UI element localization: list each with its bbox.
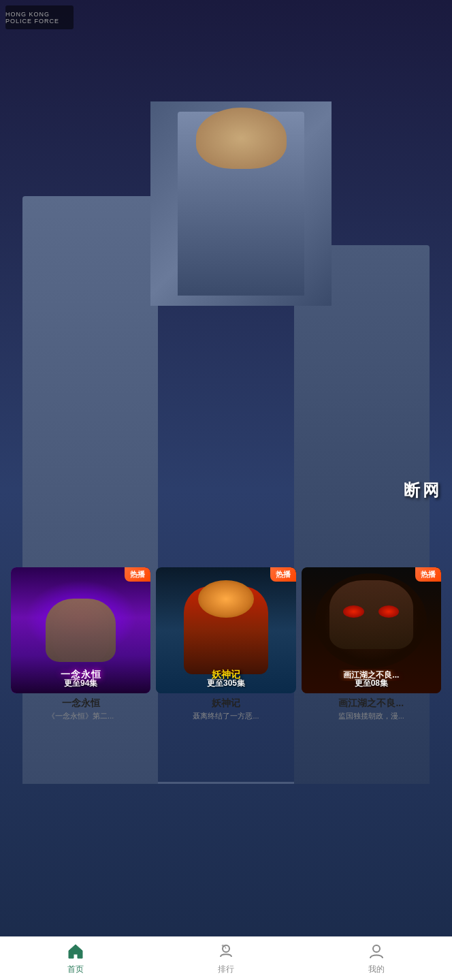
vip-card-2[interactable]: 妖神记 热播 更至305集 妖神记 聂离终结了一方恶...: [156, 567, 295, 721]
home-icon: [66, 942, 85, 961]
bottom-nav-mine-label: 我的: [368, 964, 385, 975]
bottom-nav-home-label: 首页: [67, 964, 84, 975]
bottom-nav-home[interactable]: 首页: [0, 937, 150, 980]
vip-card-1-anime-title: 一念永恒: [11, 669, 150, 681]
vip-card-2-anime-title: 妖神记: [156, 669, 295, 681]
bottom-nav: 首页 排行 我的: [0, 936, 452, 980]
hot-card-2-bg: HONG KONG POLICE FORCE 断网: [230, 348, 441, 474]
vip-card-1-badge: 热播: [125, 567, 150, 582]
mine-icon: [367, 942, 386, 961]
vip-card-2-title: 妖神记: [156, 697, 295, 710]
vip-card-2-desc: 聂离终结了一方恶...: [156, 711, 295, 721]
rank-icon: [216, 942, 236, 961]
vip-card-1[interactable]: 一念永恒 热播 更至94集 一念永恒 《一念永恒》第二...: [11, 567, 150, 721]
vip-card-3[interactable]: 画江湖之不良... 热播 更至08集 画江湖之不良... 监国独揽朝政，漫...: [302, 567, 441, 721]
bottom-nav-rank-label: 排行: [218, 964, 234, 975]
vip-card-1-desc: 《一念永恒》第二...: [11, 711, 150, 721]
svg-point-3: [373, 945, 380, 952]
vip-card-3-episodes: 更至08集: [302, 678, 441, 689]
vip-card-3-bg: 画江湖之不良...: [302, 567, 441, 693]
vip-card-2-bg: 妖神记: [156, 567, 295, 693]
hot-card-2[interactable]: HONG KONG POLICE FORCE 断网 断网 故事讲述郭富城饰演的称: [230, 348, 441, 514]
vip-card-3-title: 画江湖之不良...: [302, 697, 441, 710]
hot-grid: 他是谁 他是谁 1988年，刑警卫国平（张...: [11, 348, 441, 514]
vip-card-2-badge: 热播: [270, 567, 296, 582]
bottom-nav-mine[interactable]: 我的: [302, 937, 452, 980]
hot-card-2-image: HONG KONG POLICE FORCE 断网: [230, 348, 441, 474]
vip-card-1-image: 一念永恒 热播 更至94集: [11, 567, 150, 693]
vip-card-2-image: 妖神记 热播 更至305集: [156, 567, 295, 693]
vip-card-3-image: 画江湖之不良... 热播 更至08集: [302, 567, 441, 693]
bottom-nav-rank[interactable]: 排行: [150, 937, 301, 980]
vip-card-3-badge: 热播: [415, 567, 441, 582]
vip-grid: 一念永恒 热播 更至94集 一念永恒 《一念永恒》第二... 妖神记: [11, 567, 441, 721]
hot-section: 热播推荐 他是谁 他是谁 1988: [0, 311, 452, 525]
vip-card-3-desc: 监国独揽朝政，漫...: [302, 711, 441, 721]
vip-card-1-title: 一念永恒: [11, 697, 150, 710]
vip-card-1-bg: 一念永恒: [11, 567, 150, 693]
